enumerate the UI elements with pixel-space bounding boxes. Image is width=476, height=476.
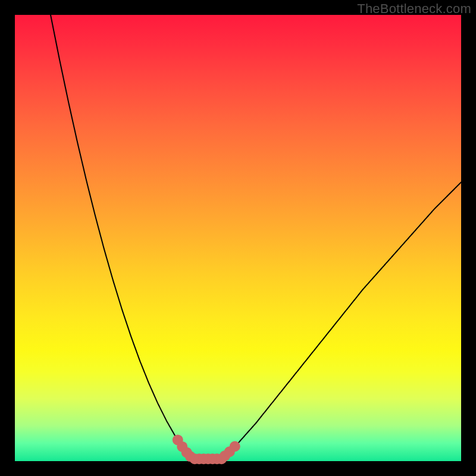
bottleneck-curve: [51, 15, 461, 459]
chart-svg: [0, 0, 476, 476]
curve-marker: [230, 441, 240, 452]
